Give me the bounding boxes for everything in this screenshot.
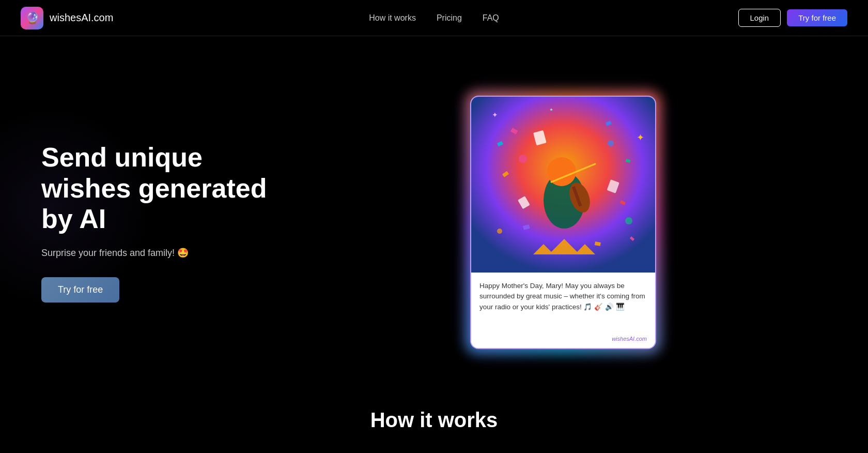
nav-buttons: Login Try for free: [738, 9, 848, 27]
brand-name: wishesAI.com: [50, 12, 113, 24]
nav-how-it-works[interactable]: How it works: [369, 13, 416, 23]
nav-links: How it works Pricing FAQ: [369, 13, 499, 23]
svg-text:✦: ✦: [492, 111, 498, 119]
svg-point-21: [519, 155, 527, 163]
login-button[interactable]: Login: [738, 9, 781, 27]
svg-text:✦: ✦: [637, 132, 644, 143]
navbar: 🔮 wishesAI.com How it works Pricing FAQ …: [0, 0, 868, 36]
nav-pricing[interactable]: Pricing: [437, 13, 462, 23]
hero-card-area: ✦ ✦ ⋆ Happy Mother's Day, Mary! May: [300, 96, 827, 349]
logo[interactable]: 🔮 wishesAI.com: [21, 7, 113, 29]
how-it-works-title: How it works: [21, 409, 847, 432]
card-text-area: Happy Mother's Day, Mary! May you always…: [471, 273, 655, 349]
card-image: ✦ ✦ ⋆: [471, 97, 655, 273]
hero-content: Send unique wishes generated by AI Surpr…: [41, 142, 300, 303]
hero-title: Send unique wishes generated by AI: [41, 142, 279, 235]
svg-point-22: [608, 140, 614, 146]
hero-subtitle: Surprise your friends and family! 🤩: [41, 247, 279, 259]
card-message: Happy Mother's Day, Mary! May you always…: [479, 281, 647, 312]
try-for-free-hero-button[interactable]: Try for free: [41, 277, 119, 303]
svg-text:⋆: ⋆: [549, 105, 554, 114]
logo-icon: 🔮: [21, 7, 43, 29]
nav-faq[interactable]: FAQ: [483, 13, 499, 23]
wish-card: ✦ ✦ ⋆ Happy Mother's Day, Mary! May: [470, 96, 656, 349]
try-for-free-nav-button[interactable]: Try for free: [787, 9, 847, 26]
logo-emoji: 🔮: [25, 11, 39, 25]
svg-point-24: [497, 229, 502, 234]
card-branding: wishesAI.com: [479, 336, 647, 342]
card-glow: ✦ ✦ ⋆ Happy Mother's Day, Mary! May: [470, 96, 656, 349]
hero-section: Send unique wishes generated by AI Surpr…: [0, 36, 868, 398]
card-illustration: ✦ ✦ ⋆: [471, 97, 655, 273]
svg-point-23: [625, 217, 632, 224]
how-it-works-section: How it works: [0, 398, 868, 432]
